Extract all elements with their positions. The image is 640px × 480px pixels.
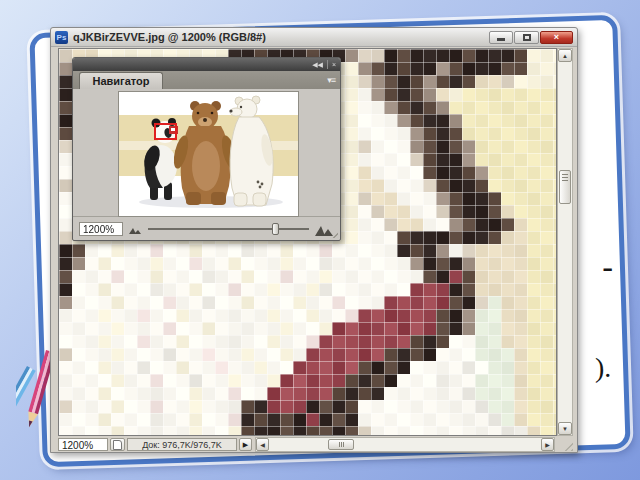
minimize-button[interactable] — [489, 31, 513, 44]
document-size-info: Док: 976,7K/976,7K — [127, 438, 237, 451]
navigator-preview-area — [73, 89, 340, 216]
zoom-slider[interactable] — [148, 228, 309, 230]
navigator-panel: ◀◀ × Навигатор ▾≡ — [72, 57, 341, 241]
scroll-up-arrow[interactable]: ▲ — [558, 49, 572, 62]
panel-resize-grip[interactable] — [329, 229, 338, 238]
photoshop-logo-icon: Ps — [55, 31, 68, 44]
panel-tab-bar: Навигатор ▾≡ — [73, 71, 340, 89]
thumb-grip — [562, 174, 568, 181]
image-thumbnail[interactable] — [118, 91, 299, 217]
window-titlebar[interactable]: Ps qJKBirZEVVE.jpg @ 1200% (RGB/8#) × — [51, 28, 577, 47]
panel-menu-icon[interactable]: ▾≡ — [327, 75, 335, 85]
window-resize-grip[interactable] — [557, 437, 573, 451]
proxy-icon-button[interactable] — [110, 438, 125, 451]
slide-text-fragment-paren: ). — [595, 352, 611, 384]
slide-text-fragment-dash: - — [602, 248, 613, 287]
scroll-left-arrow[interactable]: ◀ — [256, 438, 269, 451]
horizontal-scrollbar[interactable]: ◀ ▶ — [255, 437, 555, 452]
header-separator — [327, 60, 328, 69]
vertical-scroll-thumb[interactable] — [559, 170, 571, 204]
navigator-zoom-field[interactable]: 1200% — [79, 222, 123, 236]
collapse-to-icons-icon[interactable]: ◀◀ — [312, 59, 323, 71]
minimize-icon — [497, 38, 505, 41]
status-menu-button[interactable]: ▶ — [239, 438, 252, 451]
horizontal-scroll-thumb[interactable] — [328, 439, 354, 450]
close-button[interactable]: × — [540, 31, 573, 44]
navigator-footer: 1200% — [73, 216, 340, 241]
maximize-button[interactable] — [514, 31, 539, 44]
page-icon — [113, 440, 122, 450]
tab-navigator[interactable]: Навигатор — [79, 72, 163, 89]
window-title: qJKBirZEVVE.jpg @ 1200% (RGB/8#) — [73, 31, 489, 43]
panel-close-icon[interactable]: × — [332, 59, 336, 71]
status-bar: 1200% Док: 976,7K/976,7K ▶ — [58, 437, 252, 452]
close-icon: × — [554, 32, 559, 43]
scroll-right-arrow[interactable]: ▶ — [541, 438, 554, 451]
zoom-out-icon[interactable] — [129, 225, 142, 234]
thumb-grip — [337, 442, 345, 447]
panel-header[interactable]: ◀◀ × — [73, 58, 340, 71]
zoom-slider-thumb[interactable] — [272, 223, 279, 235]
navigator-view-box[interactable] — [154, 123, 177, 140]
maximize-icon — [523, 34, 531, 41]
scroll-down-arrow[interactable]: ▼ — [558, 422, 572, 435]
status-zoom-field[interactable]: 1200% — [58, 438, 108, 451]
vertical-scrollbar[interactable]: ▲ ▼ — [557, 48, 573, 436]
bears-artwork — [119, 92, 298, 216]
